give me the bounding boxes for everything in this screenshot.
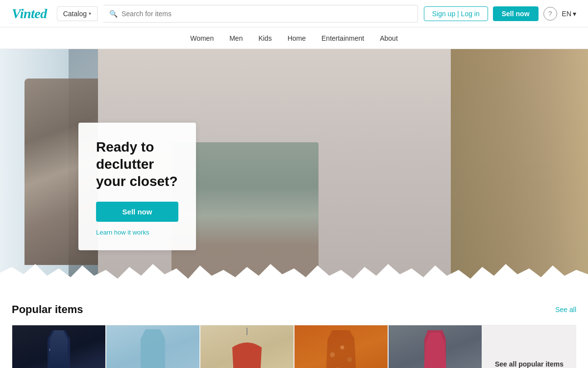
header-right-actions: Sign up | Log in Sell now ? EN ▾: [424, 6, 576, 21]
main-nav: Women Men Kids Home Entertainment About: [0, 27, 588, 49]
search-input[interactable]: [122, 10, 412, 18]
svg-point-1: [57, 356, 60, 359]
svg-point-3: [52, 363, 55, 366]
popular-item-5[interactable]: [388, 325, 482, 368]
sell-now-header-button[interactable]: Sell now: [493, 6, 539, 21]
svg-point-0: [49, 348, 53, 352]
scene-right: [451, 49, 588, 289]
nav-entertainment[interactable]: Entertainment: [321, 34, 364, 42]
svg-point-2: [65, 351, 68, 354]
nav-kids[interactable]: Kids: [258, 34, 271, 42]
search-icon: 🔍: [109, 10, 118, 18]
nav-about[interactable]: About: [380, 34, 398, 42]
popular-item-2[interactable]: [106, 325, 200, 368]
site-logo[interactable]: Vinted: [12, 6, 47, 22]
nav-women[interactable]: Women: [190, 34, 214, 42]
svg-point-8: [330, 352, 335, 357]
popular-item-3[interactable]: [200, 325, 294, 368]
search-bar: 🔍: [103, 5, 418, 23]
popular-items-section: Popular items See all: [0, 289, 588, 368]
hero-card: Ready to declutter your closet? Sell now…: [78, 123, 196, 250]
hero-section: Ready to declutter your closet? Sell now…: [0, 49, 588, 289]
catalog-label: Catalog: [63, 10, 87, 18]
popular-items-title: Popular items: [12, 303, 83, 316]
signin-button[interactable]: Sign up | Log in: [424, 6, 488, 21]
see-all-popular-label: See all popular items: [489, 354, 569, 368]
see-all-popular-overlay[interactable]: See all popular items: [483, 325, 576, 368]
see-all-link[interactable]: See all: [555, 306, 576, 314]
popular-item-1[interactable]: [12, 325, 106, 368]
popular-header: Popular items See all: [12, 303, 576, 316]
help-button[interactable]: ?: [543, 7, 557, 21]
catalog-dropdown-button[interactable]: Catalog ▾: [57, 6, 98, 21]
site-header: Vinted Catalog ▾ 🔍 Sign up | Log in Sell…: [0, 0, 588, 27]
chevron-down-icon: ▾: [573, 10, 576, 18]
svg-point-9: [341, 345, 344, 349]
popular-items-grid: See all popular items: [12, 325, 576, 368]
hero-sell-button[interactable]: Sell now: [96, 202, 178, 222]
language-selector[interactable]: EN ▾: [562, 10, 576, 18]
nav-men[interactable]: Men: [229, 34, 243, 42]
popular-item-4[interactable]: [294, 325, 388, 368]
nav-home[interactable]: Home: [288, 34, 306, 42]
popular-see-all-card[interactable]: See all popular items: [482, 325, 576, 368]
learn-how-it-works-link[interactable]: Learn how it works: [96, 229, 149, 236]
lang-label: EN: [562, 10, 571, 18]
hero-title: Ready to declutter your closet?: [96, 138, 178, 190]
chevron-down-icon: ▾: [89, 11, 91, 16]
svg-point-10: [347, 357, 352, 362]
